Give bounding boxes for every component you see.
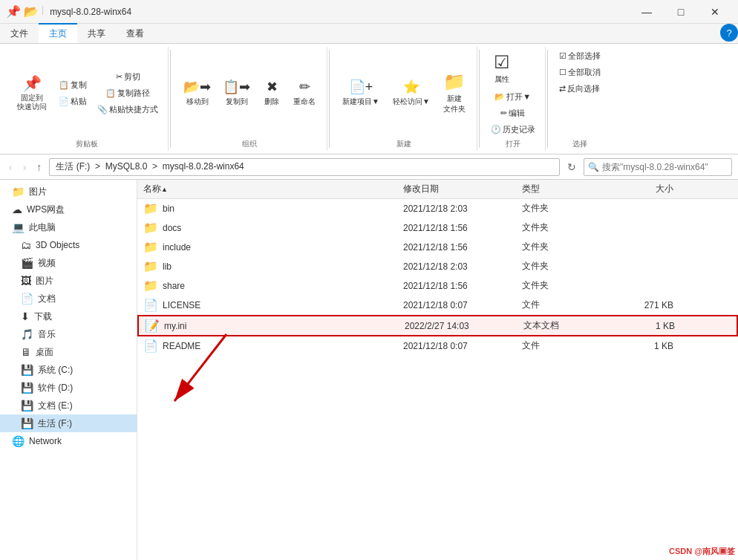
help-button[interactable]: ? [720, 24, 738, 42]
copy-to-button[interactable]: 📋➡ 复制到 [218, 75, 255, 111]
new-folder-button[interactable]: 📁 新建文件夹 [438, 68, 471, 118]
select-none-button[interactable]: ☐全部取消 [555, 65, 604, 80]
watermark: CSDN @南风▣签 [669, 546, 735, 557]
tab-share[interactable]: 共享 [77, 24, 116, 43]
copy-button[interactable]: 📋复制 [55, 77, 91, 93]
col-header-date[interactable]: 修改日期 [397, 183, 516, 195]
sidebar-item-drive-e[interactable]: 💾 文档 (E:) [0, 397, 137, 414]
ribbon-tabs: 文件 主页 共享 查看 ? [0, 24, 738, 44]
col-header-name[interactable]: 名称 ▲ [137, 183, 397, 195]
tab-view[interactable]: 查看 [116, 24, 154, 43]
file-type-readme: 文件 [516, 339, 605, 352]
pin-to-quick-button[interactable]: 📌 固定到快速访问 [12, 71, 52, 115]
title-bar: 📌 📂 | mysql-8.0.28-winx64 — □ ✕ [0, 0, 738, 24]
file-name-docs: docs [163, 223, 181, 233]
cut-button[interactable]: ✂剪切 [94, 69, 162, 85]
sidebar-item-pictures[interactable]: 📁 图片 [0, 183, 137, 201]
ribbon-group-select: ☑全部选择 ☐全部取消 ⇄反向选择 选择 [549, 47, 610, 151]
invert-select-button[interactable]: ⇄反向选择 [555, 81, 604, 97]
sidebar-item-wps[interactable]: ☁ WPS网盘 [0, 201, 137, 218]
sidebar-item-desktop[interactable]: 🖥 桌面 [0, 343, 137, 361]
forward-button[interactable]: › [20, 160, 30, 175]
file-size-myini: 1 KB [607, 321, 681, 331]
select-all-button[interactable]: ☑全部选择 [555, 48, 604, 64]
file-type-share: 文件夹 [516, 279, 605, 292]
title-separator: | [42, 4, 44, 19]
folder-icon-lib: 📁 [143, 259, 158, 273]
properties-button[interactable]: ☑ 属性 [487, 48, 517, 88]
file-date-readme: 2021/12/18 0:07 [397, 341, 516, 351]
window-title: mysql-8.0.28-winx64 [50, 7, 630, 17]
edit-icon: ✏ [500, 108, 507, 118]
file-name-lib: lib [163, 261, 172, 272]
file-name-myini: my.ini [164, 321, 186, 331]
main-layout: 📁 图片 ☁ WPS网盘 💻 此电脑 🗂 3D Objects 🎬 视频 🖼 [0, 180, 738, 560]
file-date-lib: 2021/12/18 2:03 [397, 261, 516, 272]
maximize-button[interactable]: □ [664, 0, 698, 24]
ribbon-select-items: ☑全部选择 ☐全部取消 ⇄反向选择 [555, 48, 604, 137]
file-row-myini[interactable]: 📝 my.ini 2022/2/27 14:03 文本文档 1 KB [137, 315, 738, 336]
minimize-button[interactable]: — [630, 0, 664, 24]
file-row-docs[interactable]: 📁 docs 2021/12/18 1:56 文件夹 [137, 218, 738, 238]
file-type-myini: 文本文档 [517, 319, 607, 332]
properties-icon: ☑ [494, 52, 510, 73]
address-input[interactable] [49, 158, 560, 176]
copy-path-icon: 📋 [105, 88, 116, 98]
sidebar-item-drive-c[interactable]: 💾 系统 (C:) [0, 361, 137, 379]
refresh-button[interactable]: ↻ [564, 160, 579, 175]
sidebar-item-thispc[interactable]: 💻 此电脑 [0, 218, 137, 236]
file-row-license[interactable]: 📄 LICENSE 2021/12/18 0:07 文件 271 KB [137, 296, 738, 315]
sidebar-item-downloads[interactable]: ⬇ 下载 [0, 307, 137, 325]
file-row-lib[interactable]: 📁 lib 2021/12/18 2:03 文件夹 [137, 257, 738, 276]
file-row-bin[interactable]: 📁 bin 2021/12/18 2:03 文件夹 [137, 199, 738, 218]
copy-path-button[interactable]: 📋复制路径 [94, 85, 162, 101]
sidebar-item-drive-d[interactable]: 💾 软件 (D:) [0, 379, 137, 397]
sidebar-item-3dobjects[interactable]: 🗂 3D Objects [0, 236, 137, 254]
file-row-readme[interactable]: 📄 README 2021/12/18 0:07 文件 1 KB [137, 336, 738, 356]
select-label: 选择 [572, 139, 587, 149]
delete-icon: ✖ [267, 79, 278, 95]
col-header-type[interactable]: 类型 [516, 183, 605, 195]
col-header-size[interactable]: 大小 [605, 183, 679, 195]
ribbon-open-items: ☑ 属性 📂打开▼ ✏编辑 🕐历史记录 [487, 48, 539, 137]
sidebar-item-network[interactable]: 🌐 Network [0, 432, 137, 450]
open-label: 打开 [506, 139, 520, 149]
edit-button[interactable]: ✏编辑 [487, 105, 539, 121]
file-size-license: 271 KB [605, 300, 679, 310]
sidebar-item-music[interactable]: 🎵 音乐 [0, 325, 137, 343]
paste-shortcut-button[interactable]: 📎粘贴快捷方式 [94, 102, 162, 117]
close-button[interactable]: ✕ [698, 0, 732, 24]
sidebar-item-pictures2[interactable]: 🖼 图片 [0, 272, 137, 290]
new-label: 新建 [396, 139, 411, 149]
file-icon-readme: 📄 [143, 339, 158, 353]
file-type-lib: 文件夹 [516, 260, 605, 273]
sidebar-item-drive-f[interactable]: 💾 生活 (F:) [0, 414, 137, 432]
new-item-button[interactable]: 📄+ 新建项目▼ [337, 75, 385, 111]
open-button[interactable]: 📂打开▼ [487, 89, 539, 105]
tab-file[interactable]: 文件 [0, 24, 39, 43]
organize-label: 组织 [242, 139, 257, 149]
search-input[interactable] [584, 158, 732, 176]
file-row-share[interactable]: 📁 share 2021/12/18 1:56 文件夹 [137, 276, 738, 296]
up-button[interactable]: ↑ [33, 160, 45, 175]
back-button[interactable]: ‹ [6, 160, 16, 175]
file-name-readme: README [163, 341, 200, 351]
delete-button[interactable]: ✖ 删除 [257, 75, 287, 111]
tab-home[interactable]: 主页 [39, 23, 77, 43]
move-icon: 📂➡ [183, 79, 211, 95]
address-bar: ‹ › ↑ ↻ 🔍 [0, 154, 738, 180]
easy-access-button[interactable]: ⭐ 轻松访问▼ [388, 75, 435, 111]
rename-button[interactable]: ✏ 重命名 [288, 75, 321, 111]
file-row-include[interactable]: 📁 include 2021/12/18 1:56 文件夹 [137, 238, 738, 257]
paste-shortcut-icon: 📎 [97, 105, 108, 114]
folder-icon-docs: 📁 [143, 221, 158, 235]
ribbon-sep-4 [547, 50, 548, 148]
ribbon-group-open: ☑ 属性 📂打开▼ ✏编辑 🕐历史记录 [481, 47, 546, 151]
sidebar-item-documents[interactable]: 📄 文档 [0, 290, 137, 307]
scissors-icon: ✂ [116, 72, 123, 82]
paste-button[interactable]: 📄粘贴 [55, 94, 91, 109]
sidebar-item-video[interactable]: 🎬 视频 [0, 254, 137, 272]
history-button[interactable]: 🕐历史记录 [487, 122, 539, 137]
move-to-button[interactable]: 📂➡ 移动到 [178, 75, 216, 111]
folder-icon-include: 📁 [143, 240, 158, 254]
